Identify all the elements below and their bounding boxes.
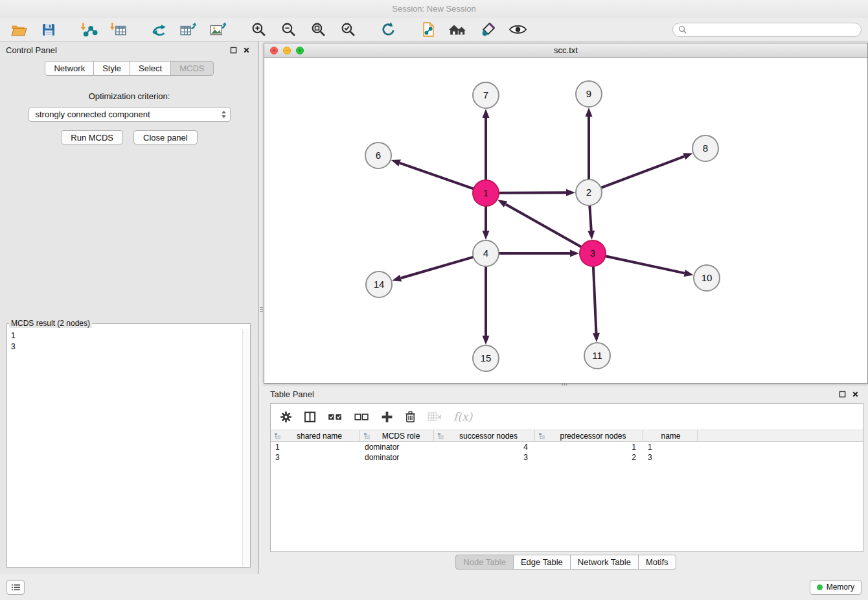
column-sort-icon <box>538 432 545 439</box>
graph-node-label: 3 <box>590 248 595 259</box>
minimize-window-button[interactable] <box>283 47 291 54</box>
file-group <box>6 20 61 40</box>
export-image-button[interactable] <box>206 20 231 40</box>
table-settings-button[interactable] <box>280 411 292 423</box>
tab-node-table[interactable]: Node Table <box>455 555 514 570</box>
paint-brush-icon <box>480 21 496 38</box>
cell-name: 3 <box>643 452 698 463</box>
table-row[interactable]: 3 dominator 3 2 3 <box>271 452 863 463</box>
apply-layout-button[interactable] <box>376 20 400 40</box>
trash-icon <box>405 411 416 423</box>
float-table-panel-button[interactable] <box>836 387 849 400</box>
table-panel: Table Panel <box>264 386 868 574</box>
import-network-icon <box>80 21 98 38</box>
add-column-button[interactable] <box>381 411 393 423</box>
import-group <box>76 20 131 40</box>
column-header-mcds-role[interactable]: MCDS role <box>360 430 434 441</box>
close-window-button[interactable] <box>270 47 278 54</box>
status-bar: Memory <box>0 574 868 600</box>
show-columns-button[interactable] <box>304 411 316 423</box>
graph-edge-3-10[interactable] <box>606 256 685 273</box>
cell-shared-name: 3 <box>271 452 360 463</box>
zoom-selected-icon <box>340 21 356 38</box>
mcds-result-line: 3 <box>11 341 238 352</box>
tab-motifs[interactable]: Motifs <box>638 555 676 570</box>
graph-edge-arrowhead <box>593 333 600 342</box>
table-row[interactable]: 1 dominator 4 1 1 <box>271 442 863 452</box>
column-header-successor-nodes[interactable]: successor nodes <box>434 430 535 441</box>
style-brush-button[interactable] <box>475 20 500 40</box>
search-field[interactable] <box>672 23 862 37</box>
tab-select[interactable]: Select <box>130 61 171 76</box>
unselect-all-columns-button[interactable] <box>354 412 369 422</box>
network-graph-canvas[interactable]: 7968124314101511 <box>264 58 867 383</box>
tab-mcds[interactable]: MCDS <box>170 61 213 76</box>
zoom-selected-button[interactable] <box>336 20 360 40</box>
float-panel-button[interactable] <box>227 43 240 56</box>
graph-node-label: 10 <box>702 272 713 283</box>
task-history-button[interactable] <box>6 580 25 595</box>
result-scrollbar[interactable] <box>242 329 249 566</box>
graph-edge-arrowhead <box>588 231 595 240</box>
criterion-select[interactable]: strongly connected component <box>29 107 231 122</box>
column-sort-icon <box>274 432 281 439</box>
save-session-button[interactable] <box>36 20 61 40</box>
export-table-icon <box>179 21 198 38</box>
graph-edge-2-3[interactable] <box>589 205 591 231</box>
column-header-name[interactable]: name <box>643 430 698 441</box>
tab-edge-table[interactable]: Edge Table <box>513 555 571 570</box>
run-mcds-button[interactable]: Run MCDS <box>61 130 123 144</box>
export-table-button[interactable] <box>176 20 201 40</box>
export-group <box>146 20 231 40</box>
unchecked-boxes-icon <box>354 412 369 422</box>
eye-icon <box>509 23 527 36</box>
float-window-icon <box>839 391 846 398</box>
graph-edge-1-2[interactable] <box>499 192 566 193</box>
import-network-button[interactable] <box>76 20 101 40</box>
close-panel-button[interactable] <box>240 43 253 56</box>
graph-edge-2-8[interactable] <box>601 156 685 188</box>
close-table-panel-button[interactable] <box>849 387 862 400</box>
tab-network[interactable]: Network <box>45 61 94 76</box>
tab-network-table[interactable]: Network Table <box>570 555 639 570</box>
graph-node-label: 4 <box>483 248 488 259</box>
traffic-lights <box>270 47 304 54</box>
delete-column-button[interactable] <box>405 411 416 423</box>
network-view-window: scc.txt 7968124314101511 <box>264 43 868 384</box>
table-toolbar: f(x) <box>271 404 863 430</box>
tab-style[interactable]: Style <box>93 61 130 76</box>
show-details-button[interactable] <box>505 20 530 40</box>
network-file-button[interactable] <box>416 20 440 40</box>
view-group <box>416 20 530 40</box>
columns-icon <box>304 411 316 423</box>
import-table-button[interactable] <box>106 20 131 40</box>
open-session-button[interactable] <box>6 20 31 40</box>
zoom-out-button[interactable] <box>276 20 301 40</box>
graph-edge-3-1[interactable] <box>505 204 581 247</box>
graph-node-label: 9 <box>586 88 591 99</box>
graph-edge-arrowhead <box>483 231 490 240</box>
mcds-result-list[interactable]: 1 3 <box>7 329 242 566</box>
float-window-icon <box>230 47 237 54</box>
select-all-columns-button[interactable] <box>328 412 343 422</box>
column-header-predecessor-nodes[interactable]: predecessor nodes <box>535 430 643 441</box>
vertical-splitter[interactable] <box>259 299 264 319</box>
zoom-in-button[interactable] <box>246 20 271 40</box>
zoom-fit-icon <box>310 21 326 38</box>
select-stepper-icon <box>221 110 227 119</box>
search-input[interactable] <box>690 25 856 34</box>
column-header-shared-name[interactable]: shared name <box>271 430 360 441</box>
zoom-fit-button[interactable] <box>306 20 330 40</box>
new-network-button[interactable] <box>146 20 171 40</box>
column-header-filler <box>698 430 863 441</box>
graph-node-label: 2 <box>586 187 591 198</box>
graph-edge-4-14[interactable] <box>401 257 474 279</box>
zoom-in-icon <box>251 21 267 38</box>
save-icon <box>41 22 56 38</box>
graph-edge-1-6[interactable] <box>400 163 474 189</box>
maximize-window-button[interactable] <box>296 47 304 54</box>
home-button[interactable] <box>446 20 470 40</box>
memory-button[interactable]: Memory <box>810 580 862 595</box>
graph-edge-3-11[interactable] <box>593 266 597 333</box>
close-panel-action-button[interactable]: Close panel <box>133 130 198 144</box>
